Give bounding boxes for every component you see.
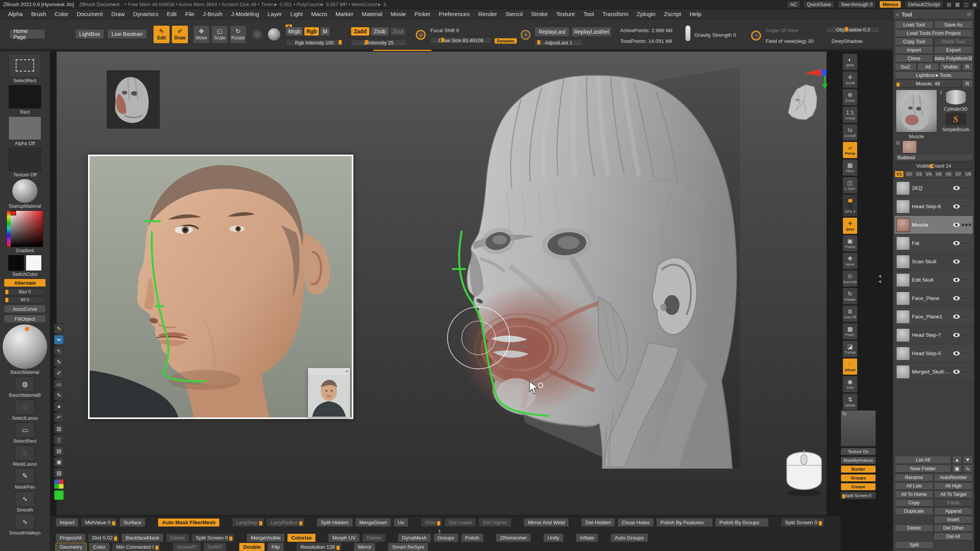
qxyz-button[interactable]: ✛Qxyz <box>843 217 858 234</box>
subtool-toggle-icon[interactable] <box>962 297 964 300</box>
rotate-button[interactable]: ↻ Rotate <box>230 25 247 44</box>
resolution[interactable]: Resolution 128 <box>296 543 341 551</box>
document-canvas[interactable]: × <box>56 51 827 515</box>
flip[interactable]: Flip <box>267 543 284 551</box>
quicksave-button[interactable]: QuickSave <box>804 1 834 8</box>
fillobject-button[interactable]: FillObject <box>4 315 46 323</box>
menu-macro[interactable]: Macro <box>307 9 332 19</box>
menu-material[interactable]: Material <box>358 9 386 19</box>
menu-stencil[interactable]: Stencil <box>501 9 527 19</box>
main-color-swatch[interactable] <box>8 255 24 271</box>
ecorche-model[interactable] <box>432 67 742 469</box>
lsym-button[interactable]: ◫L.Sym <box>843 177 858 194</box>
subtool-head-step-6[interactable]: Head Step-6 <box>895 197 973 216</box>
subtool-28[interactable]: 28강 <box>895 179 973 197</box>
gravity-strength-label[interactable]: Gravity Strength 0 <box>694 32 736 38</box>
del-hidden[interactable]: Del Hidden <box>581 518 615 527</box>
subtool-toggle-icon[interactable] <box>962 242 964 245</box>
lazystep[interactable]: LazyStep <box>232 518 264 527</box>
menu-marker[interactable]: Marker <box>332 9 358 19</box>
image-tool-icon[interactable]: ▣ <box>54 457 64 467</box>
home-page-button[interactable]: Home Page <box>9 29 45 39</box>
alternate-button[interactable]: Alternate <box>4 279 46 287</box>
split-screen-2[interactable]: Split Screen 0 <box>191 533 234 542</box>
edit-button[interactable]: ✎ Edit <box>153 25 170 44</box>
move-up-button[interactable]: ▲ <box>952 456 962 464</box>
subtool-muscle[interactable]: Muscle <box>895 216 973 234</box>
menu-file[interactable]: File <box>181 9 199 19</box>
hue-strip[interactable] <box>7 211 11 247</box>
subtool-section-header[interactable]: Subtool <box>895 153 973 161</box>
stroke-rect-thumbnail[interactable] <box>8 85 41 109</box>
texture-off-thumbnail[interactable] <box>8 148 41 171</box>
load-tool[interactable]: Load Tool <box>895 21 933 29</box>
insert[interactable]: Insert <box>934 516 973 523</box>
scroll-button[interactable]: ✛Scroll <box>843 71 858 88</box>
auto-mask-fibermesh[interactable]: Auto Mask FiberMesh <box>158 518 220 527</box>
spix-button[interactable]: SPix 3 <box>843 194 858 217</box>
inset-photo-window[interactable]: × <box>308 368 350 417</box>
menus-button[interactable]: Menus <box>879 1 901 8</box>
mirror[interactable]: Mirror <box>354 543 376 551</box>
make-polymesh3d[interactable]: Make PolyMesh3D <box>934 54 973 62</box>
ghost-button[interactable]: ◌Ghost <box>843 358 858 375</box>
move-button[interactable]: ✥Move <box>843 253 858 269</box>
subtool-toggle-icon[interactable] <box>962 223 964 226</box>
menu-layer[interactable]: Layer <box>263 9 286 19</box>
rename[interactable]: Rename <box>895 474 933 481</box>
subtool-toggle-icon[interactable] <box>969 260 971 263</box>
zoom3d-button[interactable]: ⊙Zoom3D <box>843 270 858 287</box>
menu-transform[interactable]: Transform <box>598 9 632 19</box>
panel-icon[interactable]: ▣ <box>972 2 977 7</box>
load-tools-from-project[interactable]: Load Tools From Project <box>895 29 973 37</box>
mirror-and-weld[interactable]: Mirror And Weld <box>524 518 569 527</box>
marker-tool-icon[interactable]: ✐ <box>54 368 64 378</box>
smooth-valleys-thumbnail[interactable]: ∿ <box>15 514 35 530</box>
visible-count-slider[interactable]: Visible Count 14 <box>895 162 973 170</box>
trash-tool-icon[interactable]: ▯ <box>54 435 64 445</box>
live-boolean-button[interactable]: Live Boolean <box>107 29 147 39</box>
brush-selectrect-thumbnail[interactable] <box>8 54 41 77</box>
close-holes[interactable]: Close Holes <box>617 518 654 527</box>
dist[interactable]: Dist 0.02 <box>88 533 119 542</box>
version-tab-v7[interactable]: V7 <box>954 171 963 178</box>
transp-button[interactable]: ◪Transp <box>843 341 858 357</box>
visibility-eye-icon[interactable] <box>953 315 960 319</box>
del-higher[interactable]: Del Higher <box>479 518 511 527</box>
subtool-toggle-icon[interactable] <box>969 223 971 226</box>
layout-icon[interactable]: ▤ <box>947 2 951 7</box>
surface[interactable]: Surface <box>119 518 146 527</box>
switch-color[interactable] <box>8 255 42 271</box>
material-sphere-icon[interactable] <box>268 28 280 41</box>
subtool-head-step-7[interactable]: Head Step-7 <box>895 326 973 344</box>
polyf-button[interactable]: ▩PolyF <box>843 323 858 340</box>
field-of-view-slider[interactable]: Field of view(deg) 30 <box>766 38 813 44</box>
layout-tool-icon[interactable]: ▥ <box>54 424 64 434</box>
smooth-thumbnail[interactable]: ∿ <box>15 491 35 507</box>
replay-last-rel-button[interactable]: ReplayLastRel <box>571 27 612 37</box>
version-tab-v6[interactable]: V6 <box>944 171 953 178</box>
rgb-toggle[interactable]: Rgb <box>304 27 319 36</box>
ruler-tool-icon[interactable]: ▭ <box>54 379 64 389</box>
all-to-home[interactable]: All To Home <box>895 491 933 498</box>
goz[interactable]: GoZ <box>895 63 916 71</box>
subtool-toggle-icon[interactable] <box>965 370 968 373</box>
sdiv[interactable]: SDiv <box>421 518 443 527</box>
alpha-off-thumbnail[interactable] <box>8 116 41 140</box>
angle-of-view-icon[interactable]: ◔ <box>751 31 761 41</box>
menu-color[interactable]: Color <box>51 9 73 19</box>
subtool-toggle-icon[interactable] <box>965 297 968 300</box>
version-tab-v4[interactable]: V4 <box>924 171 933 178</box>
aahalf-button[interactable]: ½AAHalf <box>843 124 858 141</box>
split-section[interactable]: Split <box>895 541 934 549</box>
subtool-edit-skull[interactable]: Edit Skull <box>895 271 973 289</box>
grid-icon[interactable]: ▦ <box>955 2 960 7</box>
rf-slider[interactable]: Rf 0 <box>4 297 46 303</box>
bpr-button[interactable]: ◐BPR <box>843 54 858 70</box>
slider-thumb[interactable] <box>845 27 848 32</box>
menu-texture[interactable]: Texture <box>552 9 579 19</box>
current-tool-slider[interactable]: Muscle. 48 <box>895 80 961 88</box>
subtool-toggle-icon[interactable] <box>969 370 971 373</box>
delete-1[interactable]: Delete <box>166 533 189 542</box>
slider-thumb[interactable] <box>5 298 8 302</box>
